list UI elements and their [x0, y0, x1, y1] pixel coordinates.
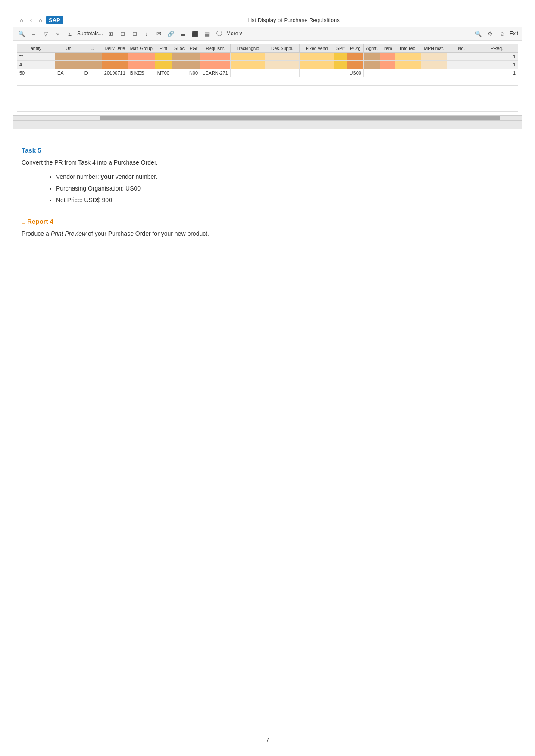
cell-antity: 50: [17, 69, 55, 77]
col-splt: SPlt: [334, 44, 347, 53]
toolbar-info-icon[interactable]: ⓘ: [214, 29, 224, 38]
table-empty-row: [17, 94, 518, 103]
col-pgr: PGr: [187, 44, 200, 53]
title-bar-icons: ⌂ ‹ ⌂ SAP: [18, 16, 66, 24]
task5-description: Convert the PR from Task 4 into a Purcha…: [22, 158, 513, 167]
row-count: 1: [476, 53, 518, 61]
cell-mpn-mat: [421, 69, 447, 77]
toolbar-filter-icon[interactable]: ▽: [41, 29, 50, 38]
col-matl-group: Matl Group: [128, 44, 155, 53]
toolbar-menu-icon[interactable]: ≡: [29, 29, 38, 38]
sap-logo: SAP: [46, 16, 63, 24]
toolbar-expand-icon[interactable]: ⊡: [130, 29, 139, 38]
toolbar-layout-icon[interactable]: ⊞: [106, 29, 115, 38]
status-bar: [13, 120, 522, 129]
report4-heading: □ Report 4: [22, 218, 513, 225]
horizontal-scrollbar[interactable]: [13, 115, 522, 120]
toolbar-link-icon[interactable]: 🔗: [166, 29, 175, 38]
list-item-text: Net Price: USD$ 900: [56, 197, 112, 203]
cell-requisnr: LEARN-271: [200, 69, 231, 77]
cell-deliv-date: 20190711: [102, 69, 128, 77]
more-button[interactable]: More ∨: [226, 31, 243, 37]
page-number: 7: [266, 737, 269, 743]
toolbar-smiley-icon[interactable]: ☺: [497, 29, 507, 38]
col-porg: POrg: [347, 44, 364, 53]
cell-pgr: N00: [187, 69, 200, 77]
cell-fixed-vend: [300, 69, 334, 77]
table-area: antity Un C Deliv.Date Matl Group Plnt S…: [13, 41, 522, 115]
report4-description: Produce a Print Preview of your Purchase…: [22, 229, 513, 238]
row-group-label: **: [17, 53, 55, 61]
col-c: C: [82, 44, 102, 53]
forward-icon[interactable]: ⌂: [37, 16, 44, 24]
col-requisnr: Requisnr.: [200, 44, 231, 53]
col-mpn-mat: MPN mat.: [421, 44, 447, 53]
cell-agmt: [363, 69, 380, 77]
report-desc-prefix: Produce a: [22, 230, 51, 237]
cell-c: D: [82, 69, 102, 77]
task5-heading: Task 5: [22, 147, 513, 154]
report-italic-text: Print Preview: [51, 230, 86, 237]
toolbar: 🔍 ≡ ▽ ▿ Σ Subtotals... ⊞ ⊟ ⊡ ↓ ✉ 🔗 ≣ ⬛ ▤…: [13, 27, 522, 41]
table-row: #: [17, 61, 518, 69]
cell-un: EA: [55, 69, 82, 77]
more-chevron-icon: ∨: [239, 31, 243, 37]
report-icon: □: [22, 218, 25, 225]
col-un: Un: [55, 44, 82, 53]
toolbar-search-icon[interactable]: 🔍: [17, 29, 26, 38]
toolbar-collapse-icon[interactable]: ⊟: [118, 29, 127, 38]
sap-window: ⌂ ‹ ⌂ SAP List Display of Purchase Requi…: [13, 13, 522, 129]
row-group-label2: #: [17, 61, 55, 69]
back-icon[interactable]: ‹: [27, 16, 35, 24]
table-empty-row: [17, 86, 518, 94]
cell-trackingno: [231, 69, 265, 77]
task5-list: Vendor number: your vendor number. Purch…: [56, 172, 513, 205]
col-no: No.: [447, 44, 476, 53]
col-sloc: SLoc: [172, 44, 187, 53]
cell-item: [380, 69, 395, 77]
col-item: Item: [380, 44, 395, 53]
title-bar: ⌂ ‹ ⌂ SAP List Display of Purchase Requi…: [13, 13, 522, 27]
toolbar-settings-icon[interactable]: ⚙: [485, 29, 495, 38]
row-count2: 1: [476, 61, 518, 69]
toolbar-list-icon[interactable]: ≣: [178, 29, 188, 38]
toolbar-search2-icon[interactable]: 🔍: [473, 29, 483, 38]
cell-sloc: [172, 69, 187, 77]
toolbar-filter2-icon[interactable]: ▿: [53, 29, 63, 38]
cell-matl-group: BIKES: [128, 69, 155, 77]
page: ⌂ ‹ ⌂ SAP List Display of Purchase Requi…: [0, 0, 535, 756]
report4-section: □ Report 4 Produce a Print Preview of yo…: [22, 218, 513, 238]
cell-splt: [334, 69, 347, 77]
col-preq: PReq.: [476, 44, 518, 53]
toolbar-block1-icon[interactable]: ⬛: [190, 29, 200, 38]
col-des-suppl: Des.Suppl.: [265, 44, 300, 53]
data-table: antity Un C Deliv.Date Matl Group Plnt S…: [17, 44, 518, 112]
cell-des-suppl: [265, 69, 300, 77]
vendor-bold: your: [101, 173, 114, 180]
col-fixed-vend: Fixed vend: [300, 44, 334, 53]
list-item: Net Price: USD$ 900: [56, 196, 513, 205]
toolbar-mail-icon[interactable]: ✉: [154, 29, 163, 38]
col-plnt: Plnt: [155, 44, 172, 53]
exit-button[interactable]: Exit: [510, 31, 518, 37]
col-agmt: Agmt.: [363, 44, 380, 53]
table-empty-row: [17, 103, 518, 112]
col-trackingno: TrackingNo: [231, 44, 265, 53]
toolbar-sum-icon[interactable]: Σ: [65, 29, 75, 38]
list-item-text: Vendor number: your vendor number.: [56, 173, 157, 180]
toolbar-download-icon[interactable]: ↓: [142, 29, 151, 38]
table-row: **: [17, 53, 518, 61]
cell-no: [447, 69, 476, 77]
table-header-row: antity Un C Deliv.Date Matl Group Plnt S…: [17, 44, 518, 53]
col-info-rec: Info rec.: [395, 44, 421, 53]
home-icon[interactable]: ⌂: [18, 16, 25, 24]
content-area: Task 5 Convert the PR from Task 4 into a…: [13, 142, 522, 243]
task5-section: Task 5 Convert the PR from Task 4 into a…: [22, 147, 513, 205]
list-item-text: Purchasing Organisation: US00: [56, 185, 141, 192]
report-desc-suffix: of your Purchase Order for your new prod…: [86, 230, 209, 237]
report4-title: Report 4: [27, 218, 53, 225]
scrollbar-thumb[interactable]: [100, 116, 500, 120]
subtotals-btn[interactable]: Subtotals...: [77, 31, 103, 37]
table-empty-row: [17, 77, 518, 86]
toolbar-block2-icon[interactable]: ▤: [202, 29, 212, 38]
